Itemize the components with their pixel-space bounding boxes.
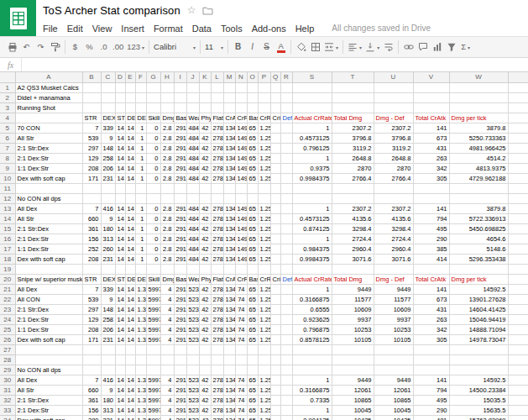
cell-Q15[interactable] [270,224,280,234]
cell-B26[interactable]: 171 [82,335,101,345]
row-header-19[interactable]: 19 [0,265,15,275]
cell-I30[interactable]: 291 [174,375,186,386]
cell-W34[interactable]: 15763.83969 [449,416,508,420]
cell-filler-6[interactable] [508,134,528,144]
row-header-6[interactable]: 6 [0,134,15,144]
cell-N7[interactable]: 149 [235,144,247,154]
cell-S11[interactable] [292,184,332,194]
cell-A1[interactable]: A2 QS3 Musket Calcs [15,83,82,93]
cell-G23[interactable]: 5997 [146,305,160,315]
cell-K23[interactable]: 42 [199,305,211,315]
row-header-26[interactable]: 26 [0,335,15,345]
cell-D20[interactable]: STR [115,275,125,285]
cell-S32[interactable]: 0.7335 [292,396,332,406]
cell-O6[interactable]: 65 [247,134,258,144]
cell-K22[interactable]: 42 [199,295,211,305]
cell-E21[interactable]: 14 [125,285,135,295]
cell-U26[interactable]: 10105 [374,335,413,345]
cell-V8[interactable]: 263 [413,154,449,164]
cell-C32[interactable]: 180 [101,396,115,406]
cell-S30[interactable]: 1 [292,375,332,386]
cell-T30[interactable]: 9449 [332,375,374,386]
column-header-G[interactable]: G [146,72,160,83]
column-header-N[interactable]: N [235,72,247,83]
cell-I12[interactable] [174,194,186,204]
cell-C3[interactable] [101,103,115,113]
cell-T21[interactable]: 9449 [332,285,374,295]
cell-Q22[interactable] [270,295,280,305]
cell-T5[interactable]: 2307.2 [332,123,374,134]
cell-filler-3[interactable] [508,103,528,113]
cell-S18[interactable]: 0.9984375 [292,255,332,265]
select-all-corner[interactable] [0,72,15,83]
cell-N23[interactable]: 74 [235,305,247,315]
cell-W1[interactable] [449,83,508,93]
cell-I3[interactable] [174,103,186,113]
folder-icon[interactable] [202,6,213,15]
cell-C15[interactable]: 180 [101,224,115,234]
cell-M30[interactable]: 134 [223,375,235,386]
cell-T17[interactable]: 2960.4 [332,244,374,255]
redo-button[interactable]: ↷ [34,39,48,55]
cell-K1[interactable] [199,83,211,93]
cell-R10[interactable] [280,174,292,184]
cell-L5[interactable]: 278 [211,123,223,134]
cell-U23[interactable]: 10609 [374,305,413,315]
cell-E13[interactable]: 14 [125,204,135,214]
cell-D18[interactable]: 14 [115,255,125,265]
cell-C24[interactable]: 258 [101,315,115,325]
cell-A5[interactable]: 70 CON [15,123,82,134]
cell-B31[interactable]: 660 [82,386,101,396]
column-header-A[interactable]: A [15,72,82,83]
cell-K34[interactable]: 42 [199,416,211,420]
cell-T22[interactable]: 11577 [332,295,374,305]
cell-B20[interactable]: STR [82,275,101,285]
cell-F18[interactable]: 1 [135,255,146,265]
cell-W13[interactable]: 3879.8 [449,204,508,214]
cell-U7[interactable]: 3119.2 [374,144,413,154]
cell-L31[interactable]: 278 [211,386,223,396]
menu-view[interactable]: View [92,24,112,34]
cell-A15[interactable]: 2:1 Str:Dex [15,224,82,234]
cell-F8[interactable]: 1 [135,154,146,164]
cell-D9[interactable]: 14 [115,164,125,174]
cell-T8[interactable]: 2648.8 [332,154,374,164]
italic-button[interactable]: I [245,39,259,55]
cell-J22[interactable]: 523 [186,295,199,305]
font-size-button[interactable]: 11▾ [203,39,225,55]
cell-C4[interactable]: DEX [101,113,115,123]
cell-E15[interactable]: 14 [125,224,135,234]
cell-U15[interactable]: 3298.4 [374,224,413,234]
menu-tools[interactable]: Tools [221,24,243,34]
menu-insert[interactable]: Insert [121,24,144,34]
cell-T27[interactable] [332,345,374,355]
cell-G29[interactable] [146,365,160,375]
cell-P25[interactable]: 1.25 [258,325,270,335]
cell-K2[interactable] [199,93,211,103]
cell-I24[interactable]: 291 [174,315,186,325]
cell-E19[interactable] [125,265,135,275]
cell-V28[interactable] [413,355,449,365]
cell-V1[interactable] [413,83,449,93]
cell-K33[interactable]: 42 [199,406,211,416]
cell-L33[interactable]: 278 [211,406,223,416]
font-family-button[interactable]: Calibri▾ [152,39,197,55]
decrease-decimals-button[interactable]: .0 [97,39,111,55]
cell-H34[interactable]: 4 [160,416,174,420]
cell-U17[interactable]: 2960.4 [374,244,413,255]
cell-T34[interactable]: 10425 [332,416,374,420]
cell-C26[interactable]: 231 [101,335,115,345]
cell-N22[interactable]: 74 [235,295,247,305]
cell-H28[interactable] [160,355,174,365]
cell-C30[interactable]: 416 [101,375,115,386]
cell-S10[interactable]: 0.9984375 [292,174,332,184]
cell-N27[interactable] [235,345,247,355]
cell-C25[interactable]: 206 [101,325,115,335]
cell-W23[interactable]: 14604.41425 [449,305,508,315]
cell-S23[interactable]: 0.6555 [292,305,332,315]
borders-button[interactable] [308,39,322,55]
cell-filler-4[interactable] [508,113,528,123]
row-header-14[interactable]: 14 [0,214,15,224]
cell-E30[interactable]: 14 [125,375,135,386]
cell-L29[interactable] [211,365,223,375]
